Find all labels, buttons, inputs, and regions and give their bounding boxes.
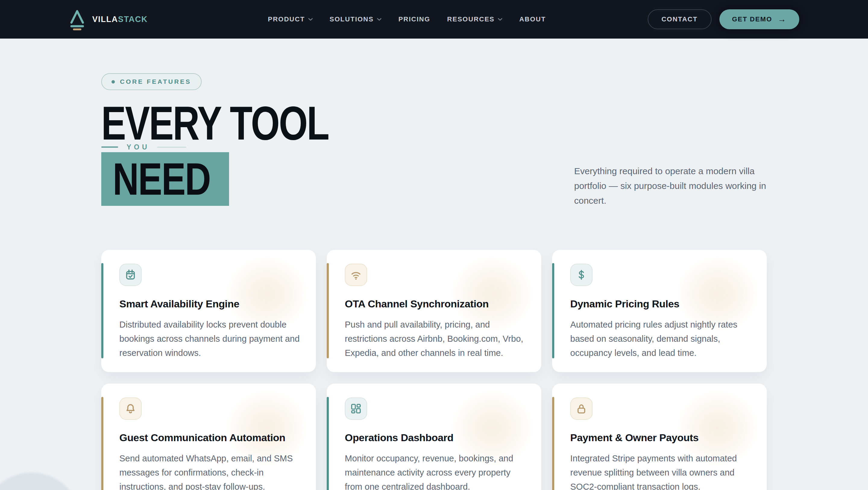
feature-title: Dynamic Pricing Rules — [570, 298, 749, 310]
calendar-check-icon — [124, 269, 137, 281]
contact-button[interactable]: CONTACT — [648, 9, 712, 29]
nav-item-product[interactable]: PRODUCT — [268, 16, 313, 23]
nav-item-about[interactable]: ABOUT — [519, 16, 546, 23]
feature-title: Operations Dashboard — [345, 432, 523, 443]
section-description: Everything required to operate a modern … — [574, 164, 773, 208]
feature-description: Monitor occupancy, revenue, bookings, an… — [345, 452, 526, 490]
feature-description: Automated pricing rules adjust nightly r… — [570, 318, 751, 360]
card-accent-bar — [552, 263, 554, 358]
badge-dot-icon — [112, 80, 115, 84]
dollar-icon — [575, 269, 588, 281]
section-title-line1: EVERY TOOL — [101, 99, 767, 147]
feature-title: Payment & Owner Payouts — [570, 432, 749, 443]
feature-card: Guest Communication Automation Send auto… — [101, 384, 316, 490]
section-title-line2: NEED — [101, 152, 229, 206]
get-demo-button[interactable]: GET DEMO → — [719, 9, 799, 29]
nav-actions: CONTACT GET DEMO → — [648, 9, 799, 29]
main-content: CORE FEATURES EVERY TOOL YOU NEED Everyt… — [0, 38, 868, 490]
nav-item-solutions[interactable]: SOLUTIONS — [330, 16, 381, 23]
core-features-badge: CORE FEATURES — [101, 73, 202, 90]
feature-cards-grid: Smart Availability Engine Distributed av… — [101, 250, 767, 490]
dashboard-grid-icon — [350, 402, 362, 415]
nav-item-pricing[interactable]: PRICING — [398, 16, 430, 23]
brand-logo-icon — [69, 8, 86, 31]
feature-card: OTA Channel Synchronization Push and pul… — [327, 250, 541, 372]
nav-item-resources[interactable]: RESOURCES — [447, 16, 502, 23]
feature-title: Smart Availability Engine — [119, 298, 298, 310]
chevron-down-icon — [498, 18, 502, 21]
features-hero: CORE FEATURES EVERY TOOL YOU NEED Everyt… — [101, 38, 767, 250]
feature-title: Guest Communication Automation — [119, 432, 298, 443]
feature-description: Push and pull availability, pricing, and… — [345, 318, 526, 360]
wifi-icon — [350, 269, 362, 281]
feature-card: Payment & Owner Payouts Integrated Strip… — [552, 384, 767, 490]
card-accent-bar — [101, 397, 103, 490]
get-demo-label: GET DEMO — [732, 16, 772, 23]
feature-title: OTA Channel Synchronization — [345, 298, 523, 310]
brand-logo[interactable]: VILLASTACK — [69, 8, 148, 31]
feature-card: Smart Availability Engine Distributed av… — [101, 250, 316, 372]
bell-icon — [124, 402, 137, 415]
card-accent-bar — [552, 397, 554, 490]
navbar: VILLASTACK PRODUCT SOLUTIONS PRICING RES… — [0, 0, 868, 38]
feature-icon-tile — [345, 264, 367, 286]
chevron-down-icon — [377, 18, 381, 21]
brand-name-primary: VILLA — [92, 15, 118, 24]
main-nav: PRODUCT SOLUTIONS PRICING RESOURCES ABOU… — [268, 16, 546, 23]
lock-icon — [575, 402, 588, 415]
brand-name-secondary: STACK — [118, 15, 148, 24]
card-accent-bar — [327, 397, 329, 490]
feature-icon-tile — [570, 264, 592, 286]
feature-icon-tile — [119, 264, 142, 286]
feature-description: Distributed availability locks prevent d… — [119, 318, 300, 360]
feature-icon-tile — [119, 397, 142, 420]
arrow-right-icon: → — [778, 14, 786, 24]
chevron-down-icon — [308, 18, 313, 21]
card-accent-bar — [327, 263, 329, 358]
card-accent-bar — [101, 263, 103, 358]
feature-icon-tile — [345, 397, 367, 420]
badge-label: CORE FEATURES — [120, 78, 191, 85]
brand-name: VILLASTACK — [92, 15, 148, 24]
feature-icon-tile — [570, 397, 592, 420]
feature-card: Dynamic Pricing Rules Automated pricing … — [552, 250, 767, 372]
feature-card: Operations Dashboard Monitor occupancy, … — [327, 384, 541, 490]
feature-description: Integrated Stripe payments with automate… — [570, 452, 751, 490]
feature-description: Send automated WhatsApp, email, and SMS … — [119, 452, 300, 490]
